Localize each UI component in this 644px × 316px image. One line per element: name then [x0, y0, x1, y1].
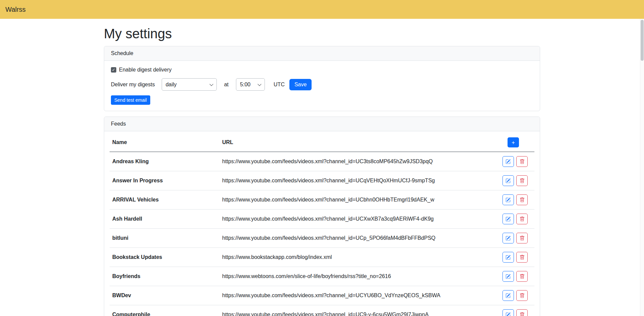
delete-feed-button[interactable] — [516, 252, 528, 263]
table-header-row: Name URL + — [110, 133, 534, 152]
delete-feed-button[interactable] — [516, 194, 528, 205]
table-row: Bookstack Updates https://www.bookstacka… — [110, 248, 534, 267]
feeds-card-body: Name URL + Andreas Kling https://www.you… — [104, 131, 540, 316]
table-row: BWDev https://www.youtube.com/feeds/vide… — [110, 286, 534, 305]
trash-icon — [520, 236, 525, 241]
schedule-controls-row: Deliver my digests daily at 5:00 UTC Sav… — [111, 78, 533, 91]
test-email-row: Send test email — [111, 95, 533, 105]
save-button[interactable]: Save — [289, 79, 312, 90]
delete-feed-button[interactable] — [516, 214, 528, 224]
send-test-email-button[interactable]: Send test email — [111, 95, 150, 105]
pencil-square-icon — [506, 312, 511, 316]
table-row: Computerphile https://www.youtube.com/fe… — [110, 305, 534, 316]
enable-digest-checkbox[interactable]: ✓ — [111, 67, 116, 73]
scrollbar-thumb[interactable] — [641, 20, 644, 61]
table-row: bitluni https://www.youtube.com/feeds/vi… — [110, 229, 534, 248]
pencil-square-icon — [506, 178, 511, 183]
feed-name: Ash Hardell — [110, 210, 219, 229]
edit-feed-button[interactable] — [502, 175, 514, 186]
column-header-actions: + — [494, 133, 534, 152]
feed-name: Bookstack Updates — [110, 248, 219, 267]
page-title: My settings — [104, 26, 540, 41]
table-row: ARRIVAL Vehicles https://www.youtube.com… — [110, 190, 534, 210]
feeds-table: Name URL + Andreas Kling https://www.you… — [110, 133, 534, 316]
feed-url: https://www.youtube.com/feeds/videos.xml… — [219, 171, 494, 190]
delete-feed-button[interactable] — [516, 175, 528, 186]
feed-url: https://www.youtube.com/feeds/videos.xml… — [219, 305, 494, 316]
time-select-wrap: 5:00 — [236, 78, 265, 91]
timezone-label: UTC — [274, 82, 285, 88]
brand-link[interactable]: Walrss — [5, 6, 26, 13]
feed-url: https://www.bookstackapp.com/blog/index.… — [219, 248, 494, 267]
enable-digest-label[interactable]: Enable digest delivery — [119, 67, 172, 73]
pencil-square-icon — [506, 236, 511, 241]
trash-icon — [520, 178, 525, 183]
scrollbar-track[interactable] — [640, 19, 644, 316]
deliver-label: Deliver my digests — [111, 82, 155, 88]
add-feed-button[interactable]: + — [508, 137, 519, 147]
column-header-url: URL — [219, 133, 494, 152]
at-label: at — [224, 82, 229, 88]
table-row: Andreas Kling https://www.youtube.com/fe… — [110, 152, 534, 171]
trash-icon — [520, 274, 525, 279]
schedule-card-body: ✓ Enable digest delivery Deliver my dige… — [104, 61, 540, 111]
feed-name: ARRIVAL Vehicles — [110, 190, 219, 210]
pencil-square-icon — [506, 274, 511, 279]
pencil-square-icon — [506, 217, 511, 222]
feed-url: https://www.youtube.com/feeds/videos.xml… — [219, 190, 494, 210]
edit-feed-button[interactable] — [502, 290, 514, 301]
table-row: Answer In Progress https://www.youtube.c… — [110, 171, 534, 190]
edit-feed-button[interactable] — [502, 309, 514, 316]
trash-icon — [520, 255, 525, 260]
time-select[interactable]: 5:00 — [236, 78, 265, 91]
feed-name: BWDev — [110, 286, 219, 305]
trash-icon — [520, 197, 525, 202]
edit-feed-button[interactable] — [502, 271, 514, 282]
main-content: My settings Schedule ✓ Enable digest del… — [104, 26, 540, 316]
schedule-card: Schedule ✓ Enable digest delivery Delive… — [104, 46, 540, 111]
feed-name: bitluni — [110, 229, 219, 248]
enable-digest-row: ✓ Enable digest delivery — [111, 67, 533, 73]
feeds-card-header: Feeds — [104, 117, 540, 131]
edit-feed-button[interactable] — [502, 214, 514, 224]
feed-url: https://www.youtube.com/feeds/videos.xml… — [219, 210, 494, 229]
schedule-card-header: Schedule — [104, 46, 540, 61]
trash-icon — [520, 293, 525, 298]
feed-url: https://www.youtube.com/feeds/videos.xml… — [219, 229, 494, 248]
navbar: Walrss — [0, 0, 644, 19]
edit-feed-button[interactable] — [502, 194, 514, 205]
delete-feed-button[interactable] — [516, 271, 528, 282]
trash-icon — [520, 217, 525, 222]
delete-feed-button[interactable] — [516, 233, 528, 243]
feed-url: https://www.youtube.com/feeds/videos.xml… — [219, 286, 494, 305]
column-header-name: Name — [110, 133, 219, 152]
frequency-select[interactable]: daily — [162, 78, 217, 91]
pencil-square-icon — [506, 293, 511, 298]
feeds-card: Feeds Name URL + Andreas Kling https:// — [104, 117, 540, 316]
feed-name: Andreas Kling — [110, 152, 219, 171]
feed-name: Computerphile — [110, 305, 219, 316]
delete-feed-button[interactable] — [516, 156, 528, 167]
delete-feed-button[interactable] — [516, 290, 528, 301]
edit-feed-button[interactable] — [502, 233, 514, 243]
delete-feed-button[interactable] — [516, 309, 528, 316]
feed-url: https://www.webtoons.com/en/slice-of-lif… — [219, 267, 494, 286]
feed-name: Answer In Progress — [110, 171, 219, 190]
edit-feed-button[interactable] — [502, 252, 514, 263]
edit-feed-button[interactable] — [502, 156, 514, 167]
trash-icon — [520, 312, 525, 316]
trash-icon — [520, 159, 525, 164]
pencil-square-icon — [506, 197, 511, 202]
pencil-square-icon — [506, 159, 511, 164]
feed-name: Boyfriends — [110, 267, 219, 286]
table-row: Boyfriends https://www.webtoons.com/en/s… — [110, 267, 534, 286]
feed-url: https://www.youtube.com/feeds/videos.xml… — [219, 152, 494, 171]
table-row: Ash Hardell https://www.youtube.com/feed… — [110, 210, 534, 229]
frequency-select-wrap: daily — [162, 78, 217, 91]
pencil-square-icon — [506, 255, 511, 260]
